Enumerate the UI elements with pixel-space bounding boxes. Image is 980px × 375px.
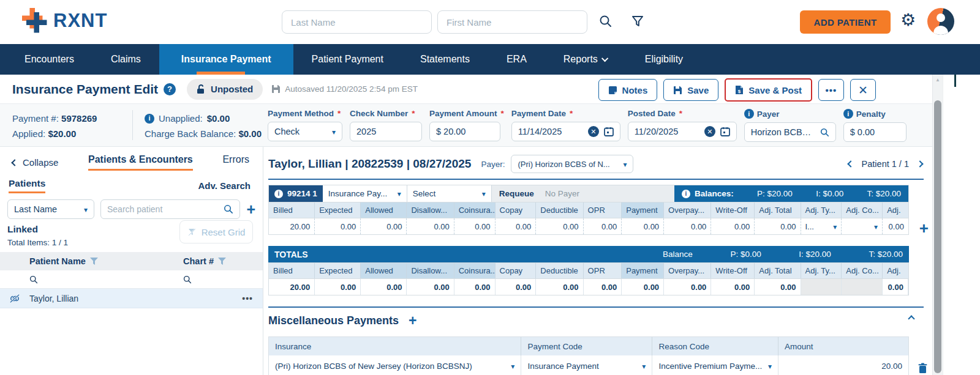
patient-row[interactable]: Taylor, Lillian ••• [0, 289, 263, 308]
charge-cell[interactable]: 0.00 [496, 218, 537, 234]
filter-funnel-icon[interactable] [90, 258, 98, 265]
column-header-reason-code: Reason Code [652, 337, 778, 355]
info-icon[interactable]: i [274, 190, 283, 198]
charge-cell[interactable]: 0.00 [584, 218, 622, 234]
charge-cell[interactable] [842, 218, 883, 234]
rxnt-cross-icon [22, 8, 48, 34]
more-actions-button[interactable]: ••• [818, 79, 844, 101]
patient-name-filter[interactable] [29, 275, 183, 284]
payment-date-label: Payment Date [511, 109, 620, 118]
notes-button[interactable]: Notes [598, 79, 658, 101]
payment-method-select[interactable]: Check [268, 122, 342, 141]
nav-item-patient-payment[interactable]: Patient Payment [293, 44, 402, 75]
nav-item-claims[interactable]: Claims [92, 44, 159, 75]
nav-item-eligibility[interactable]: Eligibility [627, 44, 701, 75]
charge-cell[interactable]: 0.00 [315, 218, 361, 234]
search-by-select[interactable]: Last Name [7, 199, 94, 219]
misc-insurance-select[interactable]: (Pri) Horizon BCBS of New Jersey (Horizo… [269, 355, 521, 375]
charge-cell[interactable]: 0.00 [622, 218, 664, 234]
charge-cell[interactable]: I... [801, 218, 842, 234]
payment-type-dropdown[interactable]: Insurance Pay... [323, 185, 407, 202]
vertical-scrollbar[interactable]: ▲ [932, 75, 943, 375]
payment-detail-main: Taylor, Lillian | 20822539 | 08/27/2025 … [263, 147, 932, 375]
clear-icon[interactable]: ✕ [704, 126, 715, 137]
row-more-button[interactable]: ••• [242, 294, 263, 303]
info-icon[interactable]: i [843, 109, 853, 119]
charge-cell[interactable]: 20.00 [269, 218, 315, 234]
requeue-label[interactable]: Requeue [499, 189, 534, 198]
misc-amount-input[interactable]: 20.00 [778, 355, 908, 375]
chevron-left-icon[interactable] [847, 160, 854, 167]
check-number-input[interactable] [356, 127, 415, 136]
collapse-panel-button[interactable]: Collapse [12, 157, 58, 168]
search-icon[interactable] [599, 15, 612, 28]
charge-cell[interactable]: 0.00 [883, 218, 908, 234]
reset-grid-button[interactable]: Reset Grid [179, 220, 253, 243]
posted-date-value[interactable]: 11/20/2025 [635, 127, 699, 136]
charge-cell[interactable]: 0.00 [407, 218, 454, 234]
chevron-up-icon[interactable] [908, 315, 914, 322]
charge-cell[interactable]: 0.00 [536, 218, 583, 234]
tab-errors[interactable]: Errors [222, 154, 249, 171]
payer-select[interactable]: (Pri) Horizon BCBS of N... [511, 155, 633, 173]
search-icon[interactable] [224, 204, 233, 214]
patient-search-input[interactable] [107, 204, 220, 214]
expand-panel-chevron-icon[interactable] [954, 75, 956, 87]
payer-lookup[interactable]: Horizon BCBS ... [744, 122, 836, 142]
payment-amount-input[interactable] [436, 127, 494, 136]
nav-item-encounters[interactable]: Encounters [6, 44, 92, 75]
charge-cell[interactable]: 0.00 [664, 218, 711, 234]
help-icon[interactable]: ? [164, 83, 176, 95]
info-icon[interactable]: i [145, 114, 154, 124]
close-button[interactable]: ✕ [850, 79, 876, 101]
charge-cell[interactable]: 0.00 [711, 218, 755, 234]
save-and-post-button[interactable]: $ Save & Post [725, 78, 812, 102]
charge-cell[interactable]: 0.00 [454, 218, 496, 234]
scroll-up-arrow[interactable]: ▲ [933, 75, 943, 84]
column-header-patient-name[interactable]: Patient Name [29, 256, 183, 266]
clear-icon[interactable]: ✕ [588, 126, 599, 137]
unapplied-label: Unapplied: [159, 111, 203, 126]
charge-cell[interactable]: 0.00 [755, 218, 801, 234]
add-misc-payment-button[interactable]: + [409, 314, 417, 328]
totals-label: TOTALS [274, 250, 308, 259]
payment-date-value[interactable]: 11/14/2025 [518, 127, 583, 136]
nav-item-era[interactable]: ERA [488, 44, 545, 75]
calendar-icon[interactable] [720, 127, 730, 136]
column-header-payment-code: Payment Code [521, 337, 652, 355]
scrollbar-thumb[interactable] [934, 100, 941, 373]
charge-cell[interactable]: 0.00 [361, 218, 407, 234]
delete-misc-payment-button[interactable] [918, 363, 927, 373]
chart-filter[interactable] [183, 275, 263, 284]
add-adjustment-button[interactable]: + [919, 220, 929, 236]
filter-icon[interactable] [631, 15, 644, 28]
penalty-input[interactable] [850, 127, 900, 137]
filter-funnel-icon[interactable] [218, 258, 226, 265]
misc-reason-code-select[interactable]: Incentive Premium Payme... [652, 355, 778, 375]
search-icon[interactable] [820, 128, 829, 137]
add-patient-link-button[interactable]: + [246, 202, 255, 217]
last-name-search-input[interactable] [282, 10, 432, 34]
info-icon[interactable]: i [682, 190, 690, 198]
nav-item-reports[interactable]: Reports [545, 44, 627, 75]
misc-payment-code-select[interactable]: Insurance Payment [521, 355, 652, 375]
chargeback-label: Charge Back Balance: [145, 128, 236, 139]
totals-section: TOTALS Balance P: $0.00 I: $20.00 T: $20… [268, 246, 909, 295]
tab-patients-encounters[interactable]: Patients & Encounters [88, 154, 193, 171]
nav-item-insurance-payment[interactable]: Insurance Payment [159, 44, 293, 75]
nav-item-statements[interactable]: Statements [402, 44, 488, 75]
patients-subtab[interactable]: Patients [9, 178, 45, 193]
avatar[interactable] [927, 8, 954, 35]
unlink-icon[interactable] [0, 294, 29, 303]
select-dropdown[interactable]: Select [407, 185, 492, 202]
advanced-search-link[interactable]: Adv. Search [198, 180, 251, 191]
add-patient-button[interactable]: ADD PATIENT [800, 10, 891, 34]
gear-icon[interactable]: ⚙ [900, 12, 916, 29]
chevron-right-icon[interactable] [916, 160, 923, 167]
calendar-icon[interactable] [604, 127, 614, 136]
column-header-chart[interactable]: Chart # [183, 256, 263, 266]
save-button[interactable]: Save [663, 79, 718, 101]
grid-column-header: Adj. Total [755, 263, 801, 278]
first-name-search-input[interactable] [437, 10, 587, 34]
info-icon[interactable]: i [744, 109, 754, 119]
